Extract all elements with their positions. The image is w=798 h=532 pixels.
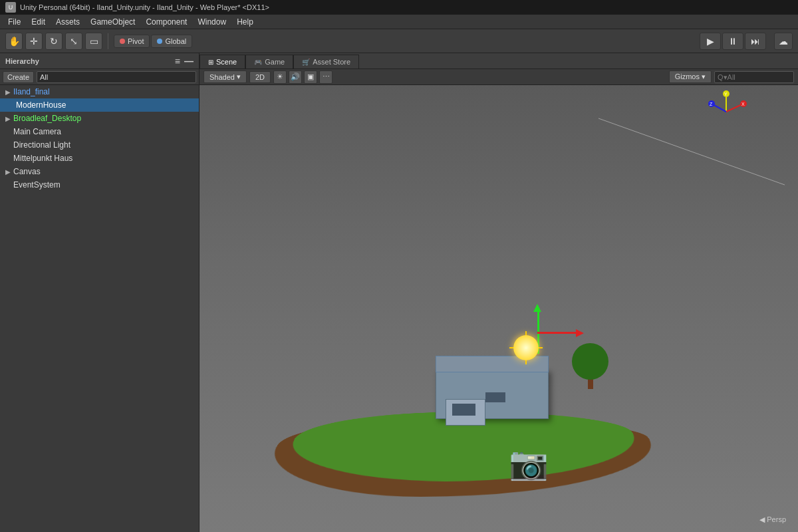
- menu-item-edit[interactable]: Edit: [26, 16, 51, 28]
- menu-item-file[interactable]: File: [3, 16, 26, 28]
- hierarchy-panel: Hierarchy ≡ — Create ▶ Iland_final Moder…: [0, 53, 200, 532]
- game-tab-label: Game: [265, 58, 285, 66]
- hierarchy-toolbar: Create: [0, 69, 199, 85]
- item-name: Mittelpunkt Haus: [13, 154, 72, 163]
- scale-tool-btn[interactable]: ⤡: [65, 33, 82, 50]
- toolbar: ✋ ✛ ↻ ⤡ ▭ Pivot Global ▶ ⏸ ⏭ ☁: [0, 29, 798, 53]
- arrow-icon: ▶: [5, 168, 11, 176]
- cloud-btn[interactable]: ☁: [774, 33, 793, 50]
- titlebar: U Unity Personal (64bit) - Iland_Unity.u…: [0, 0, 798, 15]
- titlebar-text: Unity Personal (64bit) - Iland_Unity.uni…: [20, 3, 269, 11]
- scene-tab-asset-store[interactable]: 🛒 Asset Store: [293, 55, 359, 68]
- scene-area: ⊞ Scene 🎮 Game 🛒 Asset Store Shaded ▾ 2D…: [200, 53, 798, 532]
- item-name: Main Camera: [13, 127, 61, 136]
- item-name: Directional Light: [13, 140, 70, 150]
- hierarchy-minimize-btn[interactable]: —: [184, 56, 194, 66]
- rect-tool-btn[interactable]: ▭: [85, 33, 102, 50]
- scene-viewport[interactable]: 📷 Y X Z: [200, 85, 798, 532]
- sun-icon-btn[interactable]: ☀: [273, 70, 287, 84]
- svg-text:X: X: [741, 102, 745, 106]
- shading-chevron: ▾: [237, 72, 241, 81]
- y-axis-arrowhead: [533, 304, 541, 312]
- global-label: Global: [165, 37, 186, 45]
- item-name: ModernHouse: [16, 100, 66, 110]
- menu-item-assets[interactable]: Assets: [51, 16, 85, 28]
- sun-light-gizmo: [513, 335, 539, 360]
- hierarchy-item-mittelpunkt[interactable]: Mittelpunkt Haus: [0, 152, 199, 165]
- scene-tab-label: Scene: [216, 58, 237, 66]
- sun-ray-right: [539, 347, 543, 348]
- sun-ray-left: [509, 347, 513, 348]
- asset-store-tab-icon: 🛒: [302, 59, 310, 66]
- arrow-icon: ▶: [5, 88, 11, 96]
- game-tab-icon: 🎮: [254, 59, 262, 66]
- scene-tabs: ⊞ Scene 🎮 Game 🛒 Asset Store: [200, 53, 798, 69]
- hierarchy-item-modernhouse[interactable]: ModernHouse: [0, 98, 199, 112]
- house-window1: [452, 404, 475, 416]
- menu-item-help[interactable]: Help: [231, 16, 259, 28]
- hierarchy-title: Hierarchy: [5, 57, 39, 65]
- hierarchy-search[interactable]: [37, 71, 196, 83]
- menu-item-gameobject[interactable]: GameObject: [85, 16, 140, 28]
- hierarchy-menu-btn[interactable]: ≡: [175, 56, 180, 66]
- hierarchy-item-directional-light[interactable]: Directional Light: [0, 138, 199, 152]
- pivot-global-group: Pivot Global: [114, 35, 192, 48]
- main-layout: Hierarchy ≡ — Create ▶ Iland_final Moder…: [0, 53, 798, 532]
- 2d-btn[interactable]: 2D: [249, 71, 271, 83]
- hierarchy-header: Hierarchy ≡ —: [0, 53, 199, 69]
- hierarchy-item-iland-final[interactable]: ▶ Iland_final: [0, 85, 199, 98]
- hierarchy-create-btn[interactable]: Create: [3, 71, 34, 83]
- shading-label: Shaded: [209, 73, 235, 81]
- pause-btn[interactable]: ⏸: [722, 33, 743, 50]
- audio-icon-btn[interactable]: 🔊: [289, 70, 302, 84]
- camera-effects-btn[interactable]: ▣: [304, 70, 317, 84]
- orientation-gizmo: Y X Z: [705, 90, 748, 134]
- camera-icon: 📷: [509, 445, 549, 482]
- scene-search-input[interactable]: [714, 71, 794, 83]
- item-name: EventSystem: [13, 180, 61, 190]
- menu-item-component[interactable]: Component: [140, 16, 192, 28]
- menu-item-window[interactable]: Window: [192, 16, 231, 28]
- scene-tab-game[interactable]: 🎮 Game: [245, 55, 293, 68]
- global-dot: [157, 39, 162, 44]
- item-name: Canvas: [13, 167, 41, 176]
- hierarchy-item-broadleaf[interactable]: ▶ Broadleaf_Desktop: [0, 112, 199, 125]
- hierarchy-item-canvas[interactable]: ▶ Canvas: [0, 165, 199, 178]
- persp-label: ◀ Persp: [759, 515, 786, 524]
- toolbar-sep-1: [108, 33, 108, 49]
- x-axis-arrow: [537, 332, 577, 334]
- scene-icon-group: ☀ 🔊 ▣ ⋯: [273, 70, 332, 84]
- gizmos-label: Gizmos: [675, 72, 700, 80]
- sun-sphere: [513, 335, 539, 360]
- pivot-dot: [120, 39, 125, 44]
- item-name: Broadleaf_Desktop: [13, 114, 81, 123]
- hand-tool-btn[interactable]: ✋: [5, 33, 23, 50]
- sun-ray-top: [525, 331, 527, 335]
- move-tool-btn[interactable]: ✛: [25, 33, 43, 50]
- svg-text:Z: Z: [710, 102, 713, 106]
- gizmos-chevron: ▾: [702, 72, 706, 80]
- sun-ray-bottom: [525, 360, 527, 364]
- play-controls: ▶ ⏸ ⏭: [700, 33, 766, 50]
- menubar: FileEditAssetsGameObjectComponentWindowH…: [0, 15, 798, 29]
- scene-toolbar: Shaded ▾ 2D ☀ 🔊 ▣ ⋯ Gizmos ▾: [200, 69, 798, 85]
- global-btn[interactable]: Global: [151, 35, 192, 48]
- hierarchy-item-eventsystem[interactable]: EventSystem: [0, 178, 199, 192]
- play-btn[interactable]: ▶: [700, 33, 721, 50]
- pivot-label: Pivot: [128, 37, 144, 45]
- tree-foliage: [572, 343, 608, 380]
- grid-btn[interactable]: ⋯: [319, 70, 332, 84]
- gizmos-btn[interactable]: Gizmos ▾: [669, 70, 712, 83]
- shading-dropdown[interactable]: Shaded ▾: [203, 70, 247, 83]
- 2d-label: 2D: [255, 73, 265, 81]
- step-btn[interactable]: ⏭: [745, 33, 766, 50]
- item-name: Iland_final: [13, 87, 50, 96]
- x-axis-arrowhead: [576, 329, 584, 337]
- scene-tab-scene[interactable]: ⊞ Scene: [200, 55, 245, 68]
- hierarchy-item-main-camera[interactable]: Main Camera: [0, 125, 199, 138]
- pivot-btn[interactable]: Pivot: [114, 35, 150, 48]
- rotate-tool-btn[interactable]: ↻: [45, 33, 63, 50]
- arrow-icon: ▶: [5, 115, 11, 122]
- hierarchy-list: ▶ Iland_final ModernHouse ▶ Broadleaf_De…: [0, 85, 199, 532]
- scene-tab-icon: ⊞: [208, 59, 213, 66]
